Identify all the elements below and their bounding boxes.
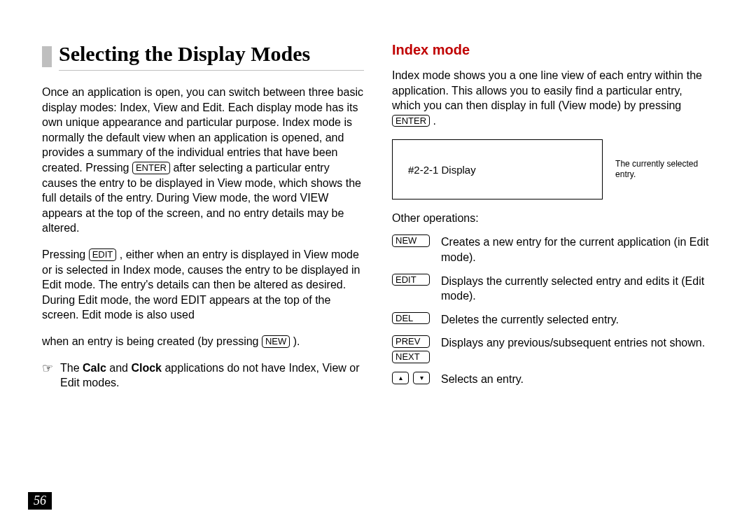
note-calc: Calc [83, 362, 106, 374]
index-intro-a: Index mode shows you a one line view of … [392, 69, 702, 111]
manual-page: Selecting the Display Modes Once an appl… [0, 0, 756, 532]
index-intro-b: . [433, 115, 436, 127]
next-key-icon: NEXT [392, 351, 430, 363]
page-title: Selecting the Display Modes [59, 42, 364, 71]
op-row-new: NEW Creates a new entry for the current … [392, 234, 714, 265]
enter-key-icon: ENTER [132, 162, 170, 174]
pointing-hand-icon: ☞ [42, 362, 53, 374]
new-key-icon: NEW [262, 335, 290, 348]
op-desc: Displays any previous/subsequent entries… [441, 335, 705, 351]
enter-key-icon-2: ENTER [392, 115, 430, 127]
note-a: The [60, 362, 83, 374]
op-desc: Displays the currently selected entry an… [441, 274, 714, 304]
two-column-layout: Selecting the Display Modes Once an appl… [42, 42, 714, 402]
paragraph-1a: Once an application is open, you can swi… [42, 86, 363, 174]
op-keys: DEL [392, 312, 430, 325]
left-column: Selecting the Display Modes Once an appl… [42, 42, 364, 402]
paragraph-2a: Pressing [42, 248, 89, 260]
op-row-edit: EDIT Displays the currently selected ent… [392, 274, 714, 304]
op-row-prev-next: PREV NEXT Displays any previous/subseque… [392, 335, 714, 363]
new-key-icon-2: NEW [392, 234, 430, 247]
op-keys: EDIT [392, 274, 430, 286]
note-mid: and [106, 362, 132, 374]
up-arrow-key-icon: ▴ [392, 372, 409, 384]
page-number: 56 [28, 492, 52, 510]
op-desc: Deletes the currently selected entry. [441, 312, 619, 328]
prev-key-icon: PREV [392, 335, 430, 348]
other-operations-title: Other operations: [392, 212, 714, 225]
note-text: The Calc and Clock applications do not h… [60, 360, 364, 391]
paragraph-2: Pressing EDIT , either when an entry is … [42, 247, 364, 323]
op-row-del: DEL Deletes the currently selected entry… [392, 312, 714, 328]
down-arrow-key-icon: ▾ [413, 372, 430, 384]
example-display-text: #2-2-1 Display [408, 164, 476, 176]
index-intro: Index mode shows you a one line view of … [392, 68, 714, 128]
paragraph-3b: ). [293, 335, 300, 347]
del-key-icon: DEL [392, 312, 430, 325]
op-desc: Selects an entry. [441, 372, 524, 387]
op-keys: NEW [392, 234, 430, 247]
example-display-caption: The currently selected entry. [615, 159, 714, 181]
right-column: Index mode Index mode shows you a one li… [392, 42, 714, 402]
example-display-box: #2-2-1 Display [392, 139, 603, 200]
op-keys: PREV NEXT [392, 335, 430, 363]
op-row-arrows: ▴ ▾ Selects an entry. [392, 372, 714, 387]
heading-row: Selecting the Display Modes [42, 42, 364, 71]
op-keys: ▴ ▾ [392, 372, 430, 384]
edit-key-icon-2: EDIT [392, 274, 430, 286]
example-display-row: #2-2-1 Display The currently selected en… [392, 139, 714, 200]
paragraph-1: Once an application is open, you can swi… [42, 85, 364, 236]
heading-accent-bar [42, 46, 52, 67]
note-clock: Clock [131, 362, 162, 374]
op-desc: Creates a new entry for the current appl… [441, 234, 714, 265]
edit-key-icon: EDIT [89, 248, 117, 261]
section-title: Index mode [392, 42, 714, 58]
paragraph-3a: when an entry is being created (by press… [42, 335, 262, 347]
note-row: ☞ The Calc and Clock applications do not… [42, 360, 364, 391]
paragraph-3: when an entry is being created (by press… [42, 334, 364, 349]
